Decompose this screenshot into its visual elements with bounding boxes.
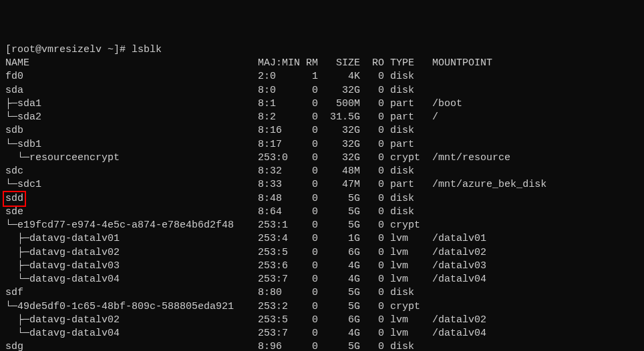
table-row: sde 8:64 0 5G 0 disk (5, 206, 639, 219)
table-row: └─datavg-datalv04 253:7 0 4G 0 lvm /data… (5, 327, 639, 340)
table-row: └─sdb1 8:17 0 32G 0 part (5, 138, 639, 151)
table-row: sdc 8:32 0 48M 0 disk (5, 165, 639, 178)
table-row: sdd 8:48 0 5G 0 disk (5, 192, 639, 206)
table-row: └─sdc1 8:33 0 47M 0 part /mnt/azure_bek_… (5, 178, 639, 192)
table-row: ├─datavg-datalv03 253:6 0 4G 0 lvm /data… (5, 260, 639, 273)
table-row: sdf 8:80 0 5G 0 disk (5, 286, 639, 300)
table-row: └─resourceencrypt 253:0 0 32G 0 crypt /m… (5, 151, 639, 165)
table-row: sda 8:0 0 32G 0 disk (5, 84, 639, 97)
table-row: fd0 2:0 1 4K 0 disk (5, 70, 639, 83)
prompt-text: [root@vmresizelv ~]# (5, 44, 132, 55)
shell-prompt: [root@vmresizelv ~]# lsblk (5, 44, 162, 55)
table-row: sdb 8:16 0 32G 0 disk (5, 124, 639, 137)
command-text: lsblk (132, 44, 162, 55)
table-row: ├─datavg-datalv02 253:5 0 6G 0 lvm /data… (5, 246, 639, 260)
table-row: └─sda2 8:2 0 31.5G 0 part / (5, 111, 639, 124)
table-row: ├─datavg-datalv01 253:4 0 1G 0 lvm /data… (5, 232, 639, 246)
highlighted-device: sdd (3, 191, 26, 207)
table-row: sdg 8:96 0 5G 0 disk (5, 340, 639, 351)
table-row: └─e19fcd77-e974-4e5c-a874-e78e4b6d2f48 2… (5, 219, 639, 232)
table-row: └─49de5df0-1c65-48bf-809c-588805eda921 2… (5, 300, 639, 314)
lsblk-header: NAME MAJ:MIN RM SIZE RO TYPE MOUNTPOINT (5, 57, 639, 70)
table-row: ├─sda1 8:1 0 500M 0 part /boot (5, 97, 639, 111)
table-row: ├─datavg-datalv02 253:5 0 6G 0 lvm /data… (5, 314, 639, 327)
table-row: └─datavg-datalv04 253:7 0 4G 0 lvm /data… (5, 273, 639, 286)
terminal-output: [root@vmresizelv ~]# lsblk NAME MAJ:MIN … (5, 43, 639, 351)
lsblk-rows: fd0 2:0 1 4K 0 disk sda 8:0 0 32G 0 disk… (5, 70, 639, 351)
